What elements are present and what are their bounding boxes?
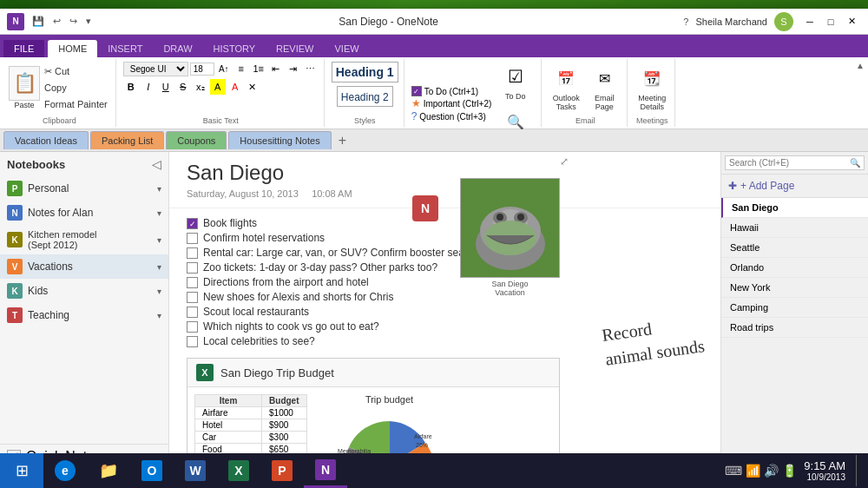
close-button[interactable]: ✕: [842, 14, 861, 30]
underline-button[interactable]: U: [158, 79, 174, 95]
check-4[interactable]: [187, 262, 198, 274]
more-options-btn[interactable]: ⋯: [303, 61, 319, 76]
check-9[interactable]: [187, 336, 198, 347]
search-input[interactable]: [729, 158, 850, 168]
tab-housesitting[interactable]: Housesitting Notes: [228, 131, 331, 149]
highlight-button[interactable]: A: [210, 79, 226, 95]
tag-important[interactable]: ★ Important (Ctrl+2): [411, 97, 492, 109]
taskbar-outlook[interactable]: O: [130, 453, 174, 488]
tab-view[interactable]: VIEW: [324, 40, 369, 57]
taskbar-word[interactable]: W: [174, 453, 217, 488]
tag-question[interactable]: ? Question (Ctrl+3): [411, 110, 492, 122]
heading2-style[interactable]: Heading 2: [337, 86, 393, 107]
clock-date: 10/9/2013: [804, 472, 845, 482]
clear-format-button[interactable]: ✕: [245, 79, 260, 95]
taskbar-onenote[interactable]: N: [304, 453, 347, 488]
tab-packing-list[interactable]: Packing List: [90, 131, 164, 149]
page-road-trips[interactable]: Road trips: [721, 318, 868, 338]
tab-history[interactable]: HISTORY: [203, 40, 266, 57]
add-page-btn[interactable]: ✚ + Add Page: [721, 175, 868, 198]
minimize-button[interactable]: ─: [800, 14, 819, 30]
sidebar-collapse-btn[interactable]: ◁: [152, 157, 161, 171]
cut-button[interactable]: ✂ Cut: [42, 63, 110, 79]
taskbar-powerpoint[interactable]: P: [260, 453, 304, 488]
outdent-btn[interactable]: ⇤: [268, 61, 284, 76]
styles-group: Heading 1 Heading 2 Styles: [326, 59, 404, 127]
page-hawaii[interactable]: Hawaii: [721, 218, 868, 238]
user-info[interactable]: Sheila Marchand: [695, 16, 767, 27]
notebook-kitchen[interactable]: K Kitchen remodel(Sept 2012) ▾: [0, 225, 168, 254]
qa-more[interactable]: ▾: [83, 14, 94, 29]
indent-btn[interactable]: ⇥: [286, 61, 301, 76]
numbering-btn[interactable]: 1≡: [251, 61, 266, 76]
checklist-item-5[interactable]: Directions from the airport and hotel: [187, 276, 703, 288]
tag-todo[interactable]: ✓ To Do (Ctrl+1): [411, 86, 492, 96]
outlook-tasks-button[interactable]: 📅 OutlookTasks: [549, 63, 583, 113]
notebook-kids[interactable]: K Kids ▾: [0, 279, 168, 303]
page-seattle[interactable]: Seattle: [721, 238, 868, 258]
note-title[interactable]: San Diego: [187, 161, 703, 185]
qa-redo[interactable]: ↪: [67, 14, 80, 29]
paste-button[interactable]: 📋 Paste: [9, 66, 40, 109]
page-new-york[interactable]: New York: [721, 278, 868, 298]
email-page-button[interactable]: ✉ EmailPage: [587, 63, 621, 113]
check-3[interactable]: [187, 247, 198, 259]
user-avatar[interactable]: S: [774, 12, 793, 31]
tab-insert[interactable]: INSERT: [97, 40, 153, 57]
subscript-button[interactable]: x₂: [193, 79, 208, 95]
checklist-item-6[interactable]: New shoes for Alexis and shorts for Chri…: [187, 291, 703, 303]
check-1[interactable]: [187, 218, 198, 229]
checklist-item-3[interactable]: Rental car: Large car, van, or SUV? Conf…: [187, 247, 703, 259]
tab-coupons[interactable]: Coupons: [166, 131, 227, 149]
check-7[interactable]: [187, 307, 198, 318]
qa-undo[interactable]: ↩: [50, 14, 63, 29]
check-5[interactable]: [187, 277, 198, 288]
show-desktop-btn[interactable]: [856, 455, 861, 486]
page-san-diego[interactable]: San Diego: [721, 198, 868, 218]
restore-button[interactable]: □: [821, 14, 840, 30]
notebook-teaching[interactable]: T Teaching ▾: [0, 303, 168, 327]
font-size-input[interactable]: [190, 63, 214, 76]
font-color-button[interactable]: A: [227, 79, 243, 95]
check-2[interactable]: [187, 233, 198, 244]
copy-button[interactable]: Copy: [42, 80, 110, 96]
checklist-item-1[interactable]: Book flights: [187, 217, 703, 229]
qa-save[interactable]: 💾: [30, 14, 47, 29]
ie-icon: e: [55, 460, 76, 481]
checklist-item-7[interactable]: Scout local restaurants: [187, 306, 703, 318]
heading1-style[interactable]: Heading 1: [332, 62, 398, 82]
todo-button[interactable]: ☑ To Do: [498, 61, 533, 102]
check-6[interactable]: [187, 292, 198, 303]
tab-home[interactable]: HOME: [48, 40, 97, 57]
tag-important-label: Important (Ctrl+2): [424, 99, 492, 109]
start-button[interactable]: ⊞: [0, 453, 43, 488]
notebook-vacations[interactable]: V Vacations ▾: [0, 254, 168, 279]
tab-vacation-ideas[interactable]: Vacation Ideas: [3, 131, 89, 149]
notebook-notes-alan[interactable]: N Notes for Alan ▾: [0, 201, 168, 225]
bullets-btn[interactable]: ≡: [233, 61, 249, 76]
taskbar-ie[interactable]: e: [43, 453, 87, 488]
strikethrough-button[interactable]: S: [175, 79, 191, 95]
format-painter-button[interactable]: Format Painter: [42, 96, 110, 112]
expand-btn[interactable]: ⤢: [560, 155, 569, 168]
meeting-details-button[interactable]: 📆 MeetingDetails: [635, 63, 669, 113]
taskbar-explorer[interactable]: 📁: [87, 453, 130, 488]
checklist-item-2[interactable]: Confirm hotel reservations: [187, 232, 703, 244]
page-orlando[interactable]: Orlando: [721, 258, 868, 278]
taskbar-excel[interactable]: X: [217, 453, 260, 488]
check-8[interactable]: [187, 321, 198, 333]
add-tab-button[interactable]: +: [333, 133, 352, 148]
bold-button[interactable]: B: [123, 79, 139, 95]
checklist-item-4[interactable]: Zoo tickets: 1-day or 3-day pass? Other …: [187, 261, 703, 274]
page-camping[interactable]: Camping: [721, 298, 868, 318]
help-button[interactable]: ?: [683, 16, 688, 27]
tab-file[interactable]: FILE: [3, 40, 44, 57]
tab-draw[interactable]: DRAW: [153, 40, 202, 57]
notebook-personal[interactable]: P Personal ▾: [0, 176, 168, 201]
notebook-teaching-name: Teaching: [28, 309, 152, 321]
font-family-select[interactable]: Segoe UI: [123, 62, 188, 76]
italic-button[interactable]: I: [141, 79, 156, 95]
tab-review[interactable]: REVIEW: [266, 40, 324, 57]
collapse-ribbon-btn[interactable]: ▲: [856, 61, 865, 70]
increase-font-btn[interactable]: A↑: [216, 61, 232, 76]
